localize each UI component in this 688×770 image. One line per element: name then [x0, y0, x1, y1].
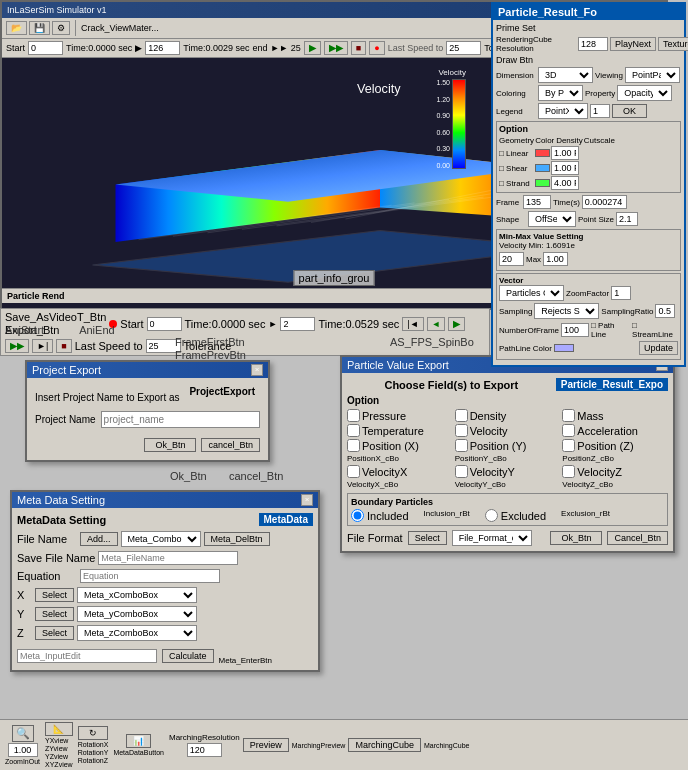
- zoom-input[interactable]: [8, 743, 38, 757]
- vel-z-label[interactable]: VelocityZ: [562, 465, 668, 478]
- time-val-input[interactable]: [582, 195, 627, 209]
- pressure-cbo[interactable]: [347, 409, 360, 422]
- meta-x-combo[interactable]: Meta_xComboBox: [77, 587, 197, 603]
- exclusion-radio[interactable]: [485, 509, 498, 522]
- preview-btn[interactable]: Preview: [243, 738, 289, 752]
- meta-close-btn[interactable]: ×: [301, 494, 313, 506]
- meta-add-btn[interactable]: Add...: [80, 532, 118, 546]
- max-input[interactable]: [543, 252, 568, 266]
- pos-x-cbo[interactable]: [347, 439, 360, 452]
- pos-x-label[interactable]: Position (X): [347, 439, 453, 452]
- proj-close-btn[interactable]: ×: [251, 364, 263, 376]
- temperature-cbo[interactable]: [347, 424, 360, 437]
- proj-ok-btn[interactable]: Ok_Btn: [144, 438, 196, 452]
- stop-btn[interactable]: ■: [351, 41, 366, 55]
- density-1-input[interactable]: [551, 146, 579, 160]
- play-next-btn[interactable]: PlayNext: [610, 37, 656, 51]
- render-res-input[interactable]: [578, 37, 608, 51]
- color-box-1[interactable]: [535, 149, 550, 157]
- toolbar-open-btn[interactable]: 📂: [6, 21, 27, 35]
- frame-next-btn[interactable]: ►|: [32, 339, 53, 353]
- toolbar-save-btn[interactable]: 💾: [29, 21, 50, 35]
- frame-input[interactable]: [145, 41, 180, 55]
- meta-z-combo[interactable]: Meta_zComboBox: [77, 625, 197, 641]
- acceleration-cbo[interactable]: [562, 424, 575, 437]
- density-cbo[interactable]: [455, 409, 468, 422]
- meta-input-edit[interactable]: [17, 649, 157, 663]
- color-box-2[interactable]: [535, 164, 550, 172]
- dim-select[interactable]: 3D 2D: [538, 67, 593, 83]
- inclusion-radio[interactable]: [351, 509, 364, 522]
- marching-res-input[interactable]: [187, 743, 222, 757]
- vel-z-cbo[interactable]: [562, 465, 575, 478]
- frame-stop-btn[interactable]: ■: [56, 339, 71, 353]
- vel-y-cbo[interactable]: [455, 465, 468, 478]
- update-btn[interactable]: Update: [639, 341, 678, 355]
- velocity-field-label[interactable]: Velocity: [455, 424, 561, 437]
- proj-cancel-btn[interactable]: cancel_Btn: [201, 438, 260, 452]
- zoom-in-btn[interactable]: 🔍: [12, 725, 34, 742]
- density-label[interactable]: Density: [455, 409, 561, 422]
- sampling-ratio-input[interactable]: [655, 304, 675, 318]
- meta-del-btn[interactable]: Meta_DelBtn: [204, 532, 270, 546]
- num-frame-input[interactable]: [561, 323, 589, 337]
- frame-play-btn[interactable]: ▶: [448, 317, 465, 331]
- vel-y-label[interactable]: VelocityY: [455, 465, 561, 478]
- meta-combo-select[interactable]: Meta_ComboBo: [121, 531, 201, 547]
- vel-x-label[interactable]: VelocityX: [347, 465, 453, 478]
- frame-val-input[interactable]: [523, 195, 551, 209]
- pressure-label[interactable]: Pressure: [347, 409, 453, 422]
- temperature-label[interactable]: Temperature: [347, 424, 453, 437]
- acceleration-label[interactable]: Acceleration: [562, 424, 668, 437]
- shape-select[interactable]: OffSet: [528, 211, 576, 227]
- start-input[interactable]: [28, 41, 63, 55]
- yx-view-btn[interactable]: 📐: [45, 722, 73, 736]
- vel-x-cbo[interactable]: [347, 465, 360, 478]
- sampling-select[interactable]: Rejects Sampling: [534, 303, 599, 319]
- velocity-cbo-field[interactable]: [455, 424, 468, 437]
- equation-input[interactable]: [80, 569, 220, 583]
- meta-calculate-btn[interactable]: Calculate: [162, 649, 214, 663]
- anim-start-input[interactable]: [147, 317, 182, 331]
- mass-cbo[interactable]: [562, 409, 575, 422]
- y-select-btn[interactable]: Select: [35, 607, 74, 621]
- metadata-bottom-btn[interactable]: 📊: [126, 734, 151, 748]
- z-select-btn[interactable]: Select: [35, 626, 74, 640]
- viewing-select[interactable]: PointParticle: [625, 67, 680, 83]
- density-3-input[interactable]: [551, 176, 579, 190]
- pos-y-label[interactable]: Position (Y): [455, 439, 561, 452]
- property-select[interactable]: Opacity: [617, 85, 672, 101]
- pos-z-cbo[interactable]: [562, 439, 575, 452]
- excluded-option[interactable]: Excluded: [485, 509, 546, 522]
- meta-save-filename-input[interactable]: [98, 551, 238, 565]
- pos-z-label[interactable]: Position (Z): [562, 439, 668, 452]
- meta-y-combo[interactable]: Meta_yComboBox: [77, 606, 197, 622]
- min-input[interactable]: [499, 252, 524, 266]
- particle-cancel-btn[interactable]: Cancel_Btn: [607, 531, 668, 545]
- anim-end-num-input[interactable]: [280, 317, 315, 331]
- legend-x-select[interactable]: PointX: [538, 103, 588, 119]
- path-color-box[interactable]: [554, 344, 574, 352]
- pos-y-cbo[interactable]: [455, 439, 468, 452]
- play-btn[interactable]: ▶: [304, 41, 321, 55]
- particle-ok-btn[interactable]: Ok_Btn: [550, 531, 602, 545]
- play-fast-btn[interactable]: ▶▶: [324, 41, 348, 55]
- rotation-btn[interactable]: ↻: [78, 726, 109, 740]
- vector-units-select[interactable]: Particles Only: [499, 285, 564, 301]
- marching-cube-btn[interactable]: MarchingCube: [348, 738, 421, 752]
- legend-val-input[interactable]: [590, 104, 610, 118]
- color-box-3[interactable]: [535, 179, 550, 187]
- included-option[interactable]: Included: [351, 509, 409, 522]
- toolbar-settings-btn[interactable]: ⚙: [52, 21, 70, 35]
- coloring-select[interactable]: By Prop: [538, 85, 583, 101]
- mass-label[interactable]: Mass: [562, 409, 668, 422]
- file-format-select-btn[interactable]: Select: [408, 531, 447, 545]
- legend-ok-btn[interactable]: OK: [612, 104, 647, 118]
- zoom-factor-input[interactable]: [611, 286, 631, 300]
- file-format-combo[interactable]: File_Format_combo: [452, 530, 532, 546]
- speed-input[interactable]: [446, 41, 481, 55]
- project-name-input[interactable]: [101, 411, 260, 428]
- frame-prev-btn[interactable]: ◄: [427, 317, 446, 331]
- density-2-input[interactable]: [551, 161, 579, 175]
- frame-first-btn[interactable]: |◄: [402, 317, 423, 331]
